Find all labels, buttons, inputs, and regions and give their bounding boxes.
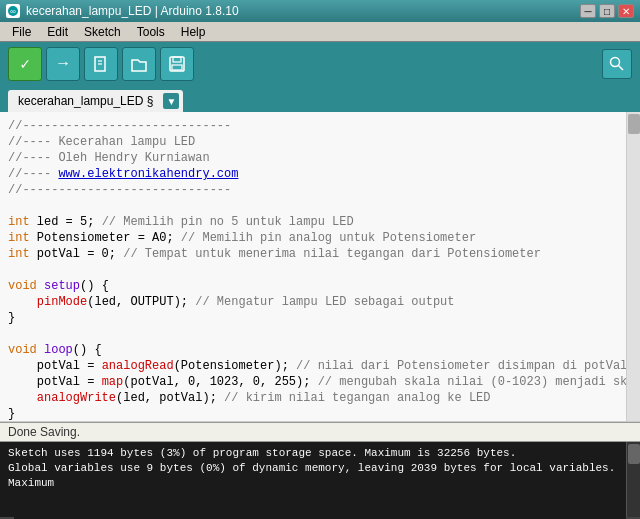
verify-button[interactable]: ✓ [8,47,42,81]
console-area: Sketch uses 1194 bytes (3%) of program s… [0,442,640,517]
editor-scrollbar[interactable] [626,112,640,421]
code-editor[interactable]: //----------------------------- //---- K… [8,118,632,422]
window-controls[interactable]: ─ □ ✕ [580,4,634,18]
console-scrollbar[interactable] [626,442,640,517]
console-output: Sketch uses 1194 bytes (3%) of program s… [8,446,632,491]
menu-file[interactable]: File [4,23,39,41]
status-bar: Done Saving. [0,422,640,442]
editor-tab[interactable]: kecerahan_lampu_LED § ▼ [8,90,183,112]
console-line2: Global variables use 9 bytes (0%) of dyn… [8,462,622,489]
search-button[interactable] [602,49,632,79]
svg-line-9 [619,66,624,71]
svg-text:∞: ∞ [10,7,16,16]
save-button[interactable] [160,47,194,81]
window-title: kecerahan_lampu_LED | Arduino 1.8.10 [26,4,239,18]
close-button[interactable]: ✕ [618,4,634,18]
title-bar: ∞ kecerahan_lampu_LED | Arduino 1.8.10 ─… [0,0,640,22]
new-button[interactable] [84,47,118,81]
toolbar: ✓ → [0,42,640,86]
tab-dropdown-button[interactable]: ▼ [163,93,179,109]
open-button[interactable] [122,47,156,81]
menu-edit[interactable]: Edit [39,23,76,41]
scrollbar-thumb[interactable] [628,114,640,134]
status-text: Done Saving. [8,425,80,439]
editor-area[interactable]: //----------------------------- //---- K… [0,112,640,422]
svg-point-8 [611,58,620,67]
menu-sketch[interactable]: Sketch [76,23,129,41]
tab-label: kecerahan_lampu_LED § [18,94,153,108]
minimize-button[interactable]: ─ [580,4,596,18]
svg-rect-7 [172,65,182,70]
upload-button[interactable]: → [46,47,80,81]
tab-bar: kecerahan_lampu_LED § ▼ [0,86,640,112]
app-icon: ∞ [6,4,20,18]
menu-tools[interactable]: Tools [129,23,173,41]
menu-help[interactable]: Help [173,23,214,41]
menu-bar: File Edit Sketch Tools Help [0,22,640,42]
console-line1: Sketch uses 1194 bytes (3%) of program s… [8,447,516,459]
maximize-button[interactable]: □ [599,4,615,18]
